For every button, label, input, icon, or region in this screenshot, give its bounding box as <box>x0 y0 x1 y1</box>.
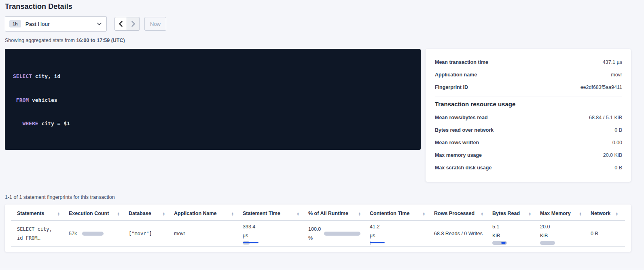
table-row: SELECT city, id FROM… 57k ["movr"] movr … <box>5 221 631 246</box>
previous-interval-button[interactable] <box>114 17 127 31</box>
column-header-runtime-pct[interactable]: % of All Runtime▲▼ <box>308 211 370 218</box>
stat-value: 20.0 KiB <box>603 152 622 158</box>
contention-time-bar <box>370 241 387 245</box>
sql-line: SELECT city, id <box>13 72 413 80</box>
network-cell: 0 B <box>591 231 627 236</box>
page-bottom-divider <box>0 269 644 269</box>
sort-icon[interactable]: ▲▼ <box>579 212 582 216</box>
stat-value: movr <box>611 72 622 78</box>
sql-line: FROM vehicles <box>13 96 413 104</box>
stat-label: Bytes read over network <box>435 127 494 133</box>
max-memory-bar <box>540 241 556 245</box>
sort-icon[interactable]: ▲▼ <box>297 212 299 216</box>
column-header-contention-time[interactable]: Contention Time▲▼ <box>370 211 434 218</box>
sort-icon[interactable]: ▲▼ <box>481 212 483 216</box>
interval-badge: 1h <box>9 20 21 27</box>
summary-row-bytes-read-over-network: Bytes read over network 0 B <box>435 124 622 136</box>
caption-time-range: 16:00 to 17:59 (UTC) <box>76 38 125 43</box>
bytes-read-cell: 5.1 KiB <box>492 222 540 245</box>
resource-usage-heading: Transaction resource usage <box>435 101 622 108</box>
stat-value: 0 B <box>614 165 622 171</box>
time-range-dropdown[interactable]: 1h Past Hour <box>5 16 107 32</box>
stat-value: 0.00 <box>612 140 622 146</box>
sql-keyword: SELECT <box>13 73 32 79</box>
sql-keyword: WHERE <box>22 120 38 127</box>
chevron-down-icon <box>97 23 102 25</box>
application-name-cell: movr <box>174 231 243 236</box>
statement-time-cell: 393.4 µs <box>243 222 308 245</box>
stat-label: Mean transaction time <box>435 59 488 65</box>
sort-icon[interactable]: ▲▼ <box>423 212 425 216</box>
transaction-summary-panel: Mean transaction time 437.1 µs Applicati… <box>426 49 631 182</box>
column-header-max-memory[interactable]: Max Memory▲▼ <box>540 211 591 218</box>
summary-row-mean-rows-written: Mean rows written 0.00 <box>435 136 622 149</box>
summary-row-mean-rows-bytes-read: Mean rows/bytes read 68.84 / 5.1 KiB <box>435 111 622 124</box>
next-interval-button[interactable] <box>127 17 140 31</box>
column-header-statement-time[interactable]: Statement Time▲▼ <box>243 211 308 218</box>
stat-label: Fingerprint ID <box>435 84 468 90</box>
sort-icon[interactable]: ▲▼ <box>163 212 165 216</box>
rows-processed-cell: 68.8 Reads / 0 Writes <box>434 231 492 236</box>
column-header-execution-count[interactable]: Execution Count▲▼ <box>69 211 129 218</box>
stat-value: 437.1 µs <box>603 59 622 65</box>
page-title: Transaction Details <box>5 2 631 11</box>
chevron-right-icon <box>131 21 135 27</box>
runtime-pct-bar <box>324 232 360 236</box>
stat-value: ee2df683f5aa9411 <box>580 84 622 90</box>
execution-count-bar <box>82 232 104 236</box>
statements-table: Statements▲▼ Execution Count▲▼ Database▲… <box>5 205 631 252</box>
runtime-pct-cell: 100.0 % <box>308 225 370 243</box>
stat-label: Mean rows written <box>435 140 479 146</box>
stat-value: 68.84 / 5.1 KiB <box>589 115 622 120</box>
column-header-network[interactable]: Network▲▼ <box>591 211 627 218</box>
bytes-read-bar <box>492 241 508 245</box>
summary-row-max-memory-usage: Max memory usage 20.0 KiB <box>435 149 622 161</box>
column-header-rows-processed[interactable]: Rows Processed▲▼ <box>434 211 492 218</box>
statements-table-caption: 1-1 of 1 statement fingerprints for this… <box>5 194 631 200</box>
sort-icon[interactable]: ▲▼ <box>616 212 618 216</box>
sort-icon[interactable]: ▲▼ <box>358 212 361 216</box>
summary-row-application-name: Application name movr <box>435 68 622 81</box>
aggregated-stats-caption: Showing aggregated stats from 16:00 to 1… <box>5 38 631 43</box>
time-nav <box>114 17 140 31</box>
summary-row-max-scratch-disk-usage: Max scratch disk usage 0 B <box>435 161 622 174</box>
stat-value: 0 B <box>614 127 622 133</box>
summary-row-mean-transaction-time: Mean transaction time 437.1 µs <box>435 56 622 68</box>
time-controls: 1h Past Hour Now <box>5 16 631 32</box>
contention-time-cell: 41.2 µs <box>370 222 434 245</box>
statement-time-bar <box>243 241 260 245</box>
chevron-left-icon <box>119 21 123 27</box>
column-header-database[interactable]: Database▲▼ <box>129 211 174 218</box>
summary-row-fingerprint-id: Fingerprint ID ee2df683f5aa9411 <box>435 81 622 93</box>
stat-label: Max memory usage <box>435 152 482 158</box>
transaction-sql-box: SELECT city, id FROM vehicles WHERE city… <box>5 49 421 150</box>
statement-fingerprint-link[interactable]: SELECT city, id FROM… <box>17 225 69 243</box>
now-button[interactable]: Now <box>144 17 166 31</box>
sort-icon[interactable]: ▲▼ <box>117 212 120 216</box>
summary-divider <box>435 97 622 97</box>
sort-icon[interactable]: ▲▼ <box>231 212 234 216</box>
database-cell: ["movr"] <box>129 231 174 236</box>
sort-icon[interactable]: ▲▼ <box>57 212 60 216</box>
column-header-application-name[interactable]: Application Name▲▼ <box>174 211 243 218</box>
caption-prefix: Showing aggregated stats from <box>5 38 76 43</box>
column-header-statements[interactable]: Statements▲▼ <box>17 211 69 218</box>
sql-line: WHERE city = $1 <box>13 120 413 128</box>
table-row-divider <box>11 246 625 247</box>
stat-label: Mean rows/bytes read <box>435 115 488 120</box>
max-memory-cell: 20.0 KiB <box>540 222 591 245</box>
execution-count-cell: 57k <box>69 231 129 236</box>
stat-label: Application name <box>435 72 477 78</box>
time-range-label: Past Hour <box>25 21 97 27</box>
stat-label: Max scratch disk usage <box>435 165 491 171</box>
sort-icon[interactable]: ▲▼ <box>529 212 531 216</box>
table-header-row: Statements▲▼ Execution Count▲▼ Database▲… <box>5 211 631 218</box>
sql-keyword: FROM <box>16 97 29 103</box>
column-header-bytes-read[interactable]: Bytes Read▲▼ <box>492 211 540 218</box>
